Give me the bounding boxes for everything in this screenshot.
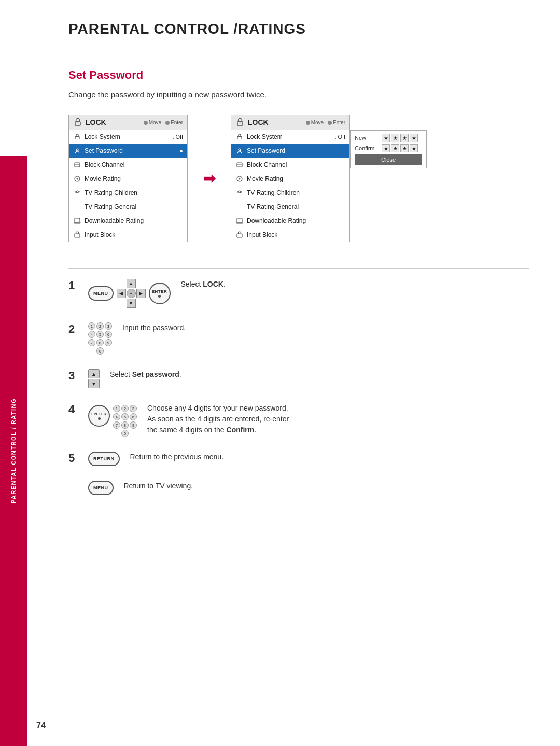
new-star-1: ★ <box>382 134 390 142</box>
svg-point-10 <box>75 191 76 192</box>
dpad-up-step1[interactable]: ▲ <box>127 279 136 288</box>
panel-body-left: Lock System : Off Set Password ● Blo <box>69 130 187 242</box>
svg-rect-29 <box>237 234 242 237</box>
dpad-updown-step3: ▲ ▼ <box>88 369 100 388</box>
confirm-star-1: ★ <box>382 144 390 152</box>
panel-header-right: LOCK Move Enter <box>231 115 349 130</box>
menu-item-tv-general-left: TV Rating-General <box>69 200 187 214</box>
svg-rect-27 <box>237 218 242 222</box>
numpad-step4: 1 2 3 4 5 6 7 8 9 0 <box>113 405 137 437</box>
movie-rating-icon <box>73 175 81 183</box>
num4-7[interactable]: 7 <box>113 421 120 429</box>
lock-icon-left <box>73 118 82 127</box>
step-4: 4 ENTER 1 2 3 4 5 6 7 <box>68 403 529 437</box>
step-3-text: Select Set password. <box>110 369 529 380</box>
menu-item-movie-rating-left: Movie Rating <box>69 172 187 186</box>
section-description: Change the password by inputting a new p… <box>68 90 529 99</box>
num-2[interactable]: 2 <box>96 322 104 330</box>
menu-item-input-block-left: Input Block <box>69 228 187 242</box>
dpad-center-step1: ● <box>127 289 136 298</box>
svg-rect-18 <box>237 137 242 139</box>
step-3: 3 ▲ ▼ Select Set password. <box>68 369 529 388</box>
sidebar-label: PARENTAL CONTROL / RATING <box>10 398 17 503</box>
step-1: 1 MENU ▲ ◀ ● ▶ ▼ ENTER <box>68 279 529 308</box>
dpad-down-step1[interactable]: ▼ <box>127 299 136 308</box>
new-star-3: ★ <box>400 134 409 142</box>
numpad-step2: 1 2 3 4 5 6 7 8 9 0 <box>88 322 112 355</box>
new-label: New <box>355 135 380 141</box>
num4-0[interactable]: 0 <box>121 430 129 437</box>
num4-5[interactable]: 5 <box>121 413 129 420</box>
num-4[interactable]: 4 <box>88 331 95 338</box>
num-7[interactable]: 7 <box>88 339 95 346</box>
menu-item-tv-children-right: TV Rating-Children <box>231 186 349 200</box>
page-title: PARENTAL CONTROL /RATINGS <box>68 21 529 37</box>
svg-point-8 <box>77 178 78 180</box>
menu-item-downloadable-left: Downloadable Rating <box>69 214 187 228</box>
step-3-number: 3 <box>68 369 78 383</box>
downloadable-icon-left <box>73 217 81 225</box>
svg-rect-3 <box>75 137 79 139</box>
sidebar: PARENTAL CONTROL / RATING <box>0 156 27 746</box>
svg-point-4 <box>76 149 78 151</box>
panels-row: LOCK Move Enter Lock System : Off <box>68 115 529 242</box>
step-1-number: 1 <box>68 279 78 292</box>
dpad-up-step3[interactable]: ▲ <box>88 369 100 378</box>
step-6: MENU Return to TV viewing. <box>68 481 529 495</box>
svg-point-17 <box>239 134 241 136</box>
num4-3[interactable]: 3 <box>130 405 137 412</box>
main-content: PARENTAL CONTROL /RATINGS Set Password C… <box>27 0 560 516</box>
enter-button-step1[interactable]: ENTER <box>149 283 171 304</box>
svg-rect-5 <box>75 163 80 167</box>
menu-item-block-channel-left: Block Channel <box>69 158 187 172</box>
input-block-icon-left <box>73 231 81 239</box>
svg-rect-20 <box>237 163 242 167</box>
menu-item-input-block-right: Input Block <box>231 228 349 242</box>
menu-item-lock-system-left: Lock System : Off <box>69 130 187 144</box>
num4-4[interactable]: 4 <box>113 413 120 420</box>
password-popup: New ★ ★ ★ ★ Confirm ★ ★ ★ ★ <box>350 130 427 168</box>
menu-item-set-password-right: Set Password <box>231 144 349 158</box>
confirm-password-row: Confirm ★ ★ ★ ★ <box>355 144 422 152</box>
svg-rect-28 <box>236 222 243 223</box>
step-2-icons: 1 2 3 4 5 6 7 8 9 0 <box>88 322 112 355</box>
step-6-icons: MENU <box>88 481 114 495</box>
svg-point-25 <box>237 191 239 192</box>
num4-9[interactable]: 9 <box>130 421 137 429</box>
num-5[interactable]: 5 <box>96 331 104 338</box>
step-5-icons: RETURN <box>88 452 120 466</box>
num4-8[interactable]: 8 <box>121 421 129 429</box>
new-star-4: ★ <box>410 134 418 142</box>
page-number: 74 <box>36 721 46 730</box>
set-password-icon-left <box>73 147 81 155</box>
return-button-step5[interactable]: RETURN <box>88 452 120 466</box>
num4-1[interactable]: 1 <box>113 405 120 412</box>
lock-icon-right <box>235 118 245 127</box>
num-3[interactable]: 3 <box>105 322 112 330</box>
lock-panel-right: LOCK Move Enter Lock System : Off <box>231 115 350 242</box>
svg-point-23 <box>239 178 241 180</box>
menu-item-set-password-left: Set Password ● <box>69 144 187 158</box>
svg-rect-13 <box>74 222 80 223</box>
dpad-left-step1[interactable]: ◀ <box>117 289 126 298</box>
menu-button-step1[interactable]: MENU <box>88 286 114 301</box>
num-0[interactable]: 0 <box>96 347 104 355</box>
enter-button-step4[interactable]: ENTER <box>88 405 110 427</box>
close-button[interactable]: Close <box>355 154 422 165</box>
step-4-icons: ENTER 1 2 3 4 5 6 7 8 9 <box>88 405 137 437</box>
menu-button-step6[interactable]: MENU <box>88 481 114 495</box>
menu-item-lock-system-right: Lock System : Off <box>231 130 349 144</box>
num4-6[interactable]: 6 <box>130 413 137 420</box>
num-8[interactable]: 8 <box>96 339 104 346</box>
dpad-right-step1[interactable]: ▶ <box>136 289 146 298</box>
num-9[interactable]: 9 <box>105 339 112 346</box>
step-6-text: Return to TV viewing. <box>124 481 529 491</box>
step-3-icons: ▲ ▼ <box>88 369 100 388</box>
num4-2[interactable]: 2 <box>121 405 129 412</box>
dpad-down-step3[interactable]: ▼ <box>88 379 100 388</box>
num-1[interactable]: 1 <box>88 322 95 330</box>
svg-point-11 <box>78 191 79 192</box>
lock-panel-left: LOCK Move Enter Lock System : Off <box>68 115 188 242</box>
num-6[interactable]: 6 <box>105 331 112 338</box>
step-5: 5 RETURN Return to the previous menu. <box>68 452 529 466</box>
